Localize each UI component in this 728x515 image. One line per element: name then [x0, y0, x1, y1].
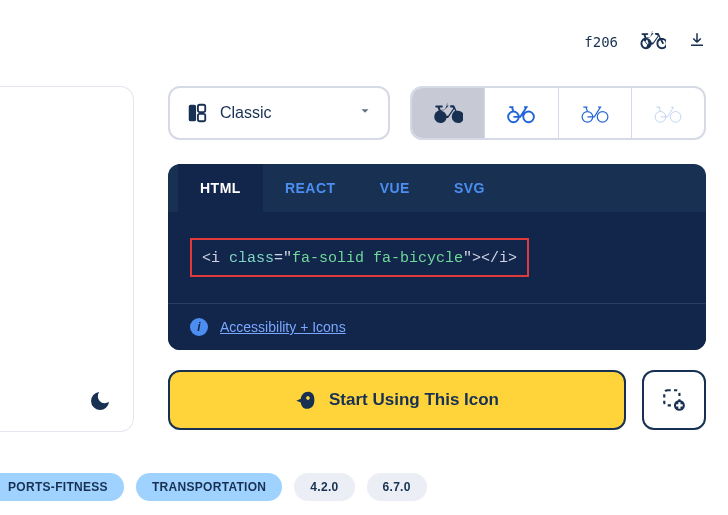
tab-html[interactable]: HTML	[178, 164, 263, 212]
svg-rect-0	[189, 105, 196, 122]
tag-sports-fitness[interactable]: PORTS-FITNESS	[0, 473, 124, 501]
variant-thin[interactable]	[631, 88, 704, 138]
bicycle-icon	[653, 102, 683, 124]
tag-version-6[interactable]: 6.7.0	[367, 473, 427, 501]
style-dropdown[interactable]: Classic	[168, 86, 390, 140]
add-to-collection-button[interactable]	[642, 370, 706, 430]
download-icon[interactable]	[688, 31, 706, 53]
tab-vue[interactable]: VUE	[358, 164, 432, 212]
bicycle-icon	[580, 102, 610, 124]
info-icon: i	[190, 318, 208, 336]
code-panel: HTML REACT VUE SVG <i class="fa-solid fa…	[168, 164, 706, 350]
tag-version-4[interactable]: 4.2.0	[294, 473, 354, 501]
svg-rect-2	[198, 114, 205, 121]
start-using-button[interactable]: Start Using This Icon	[168, 370, 626, 430]
style-variant-group	[410, 86, 706, 140]
tag-transportation[interactable]: TRANSPORTATION	[136, 473, 282, 501]
svg-rect-1	[198, 105, 205, 112]
variant-regular[interactable]	[484, 88, 557, 138]
moon-icon[interactable]	[88, 389, 112, 413]
variant-solid[interactable]	[412, 88, 484, 138]
collection-add-icon	[661, 387, 687, 413]
bicycle-icon	[433, 102, 463, 124]
code-snippet[interactable]: <i class="fa-solid fa-bicycle"></i>	[202, 250, 517, 267]
bicycle-icon	[640, 30, 666, 54]
accessibility-link[interactable]: Accessibility + Icons	[220, 319, 346, 335]
rocket-icon	[295, 389, 317, 411]
tab-svg[interactable]: SVG	[432, 164, 507, 212]
preview-panel	[0, 86, 134, 432]
cta-label: Start Using This Icon	[329, 390, 499, 410]
code-snippet-highlight: <i class="fa-solid fa-bicycle"></i>	[190, 238, 529, 277]
tab-react[interactable]: REACT	[263, 164, 358, 212]
unicode-codepoint[interactable]: f206	[584, 34, 618, 50]
style-dropdown-label: Classic	[220, 104, 272, 122]
style-swatch-icon	[186, 102, 208, 124]
bicycle-icon	[506, 102, 536, 124]
variant-light[interactable]	[558, 88, 631, 138]
chevron-down-icon	[358, 104, 372, 122]
